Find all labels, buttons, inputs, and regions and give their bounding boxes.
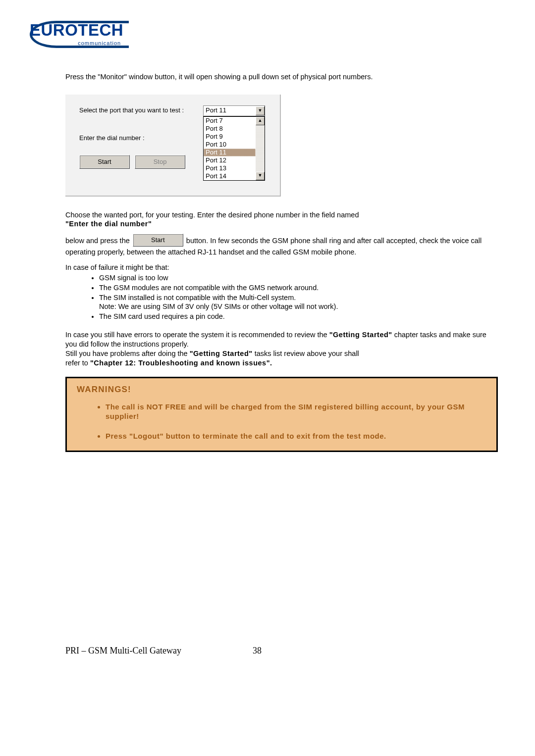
port-combobox[interactable]: Port 11 ▼ Port 7 Port 8 Port 9 Port 10 P… <box>203 105 265 116</box>
port-selected-value: Port 11 <box>206 106 226 115</box>
footer-page-number: 38 <box>253 645 262 656</box>
scrollbar[interactable]: ▲ ▼ <box>256 117 265 180</box>
warnings-box: WARNINGS! The call is NOT FREE and will … <box>65 377 498 453</box>
select-port-label: Select the port that you want to test : <box>79 106 203 115</box>
refer-chapter-paragraph: refer to "Chapter 12: Troubleshooting an… <box>65 358 498 368</box>
failure-list: GSM signal is too low The GSM modules ar… <box>65 273 498 321</box>
warning-item: The call is NOT FREE and will be charged… <box>106 402 486 421</box>
warnings-title: WARNINGS! <box>77 384 486 395</box>
review-paragraph: In case you still have errors to operate… <box>65 330 498 349</box>
logo-brand: EUROTECH <box>30 20 123 41</box>
inline-start-button: Start <box>133 234 183 247</box>
chevron-down-icon[interactable]: ▼ <box>256 106 265 115</box>
port-dropdown-list[interactable]: Port 7 Port 8 Port 9 Port 10 Port 11 Por… <box>203 116 265 181</box>
list-item: The GSM modules are not compatible with … <box>99 283 498 293</box>
port-option-selected[interactable]: Port 11 <box>204 149 256 156</box>
footer-doc-title: PRI – GSM Multi-Cell Gateway <box>65 645 253 656</box>
port-option[interactable]: Port 10 <box>204 141 256 149</box>
port-option[interactable]: Port 12 <box>204 156 256 164</box>
port-option[interactable]: Port 7 <box>204 117 256 125</box>
start-button[interactable]: Start <box>79 155 130 169</box>
stop-button[interactable]: Stop <box>135 155 185 169</box>
warning-item: Press "Logout" button to terminate the c… <box>106 431 486 441</box>
scroll-down-icon[interactable]: ▼ <box>256 172 265 180</box>
logo: EUROTECH communication <box>30 20 505 48</box>
intro-paragraph: Press the "Monitor" window button, it wi… <box>65 72 498 82</box>
port-option[interactable]: Port 8 <box>204 125 256 133</box>
dial-number-label: Enter the dial number : <box>79 134 203 143</box>
scroll-up-icon[interactable]: ▲ <box>256 117 265 125</box>
monitor-window: Select the port that you want to test : … <box>65 95 281 197</box>
press-start-paragraph: below and press the Start button. In few… <box>65 235 498 257</box>
list-item: The SIM card used requires a pin code. <box>99 312 498 321</box>
port-option[interactable]: Port 9 <box>204 133 256 141</box>
choose-port-paragraph: Choose the wanted port, for your testing… <box>65 210 498 229</box>
port-option[interactable]: Port 14 <box>204 172 256 180</box>
port-option[interactable]: Port 13 <box>204 164 256 172</box>
scroll-track[interactable] <box>256 125 265 172</box>
list-item: The SIM installed is not compatible with… <box>99 293 498 312</box>
still-problems-paragraph: Still you have problems after doing the … <box>65 349 498 358</box>
page-footer: PRI – GSM Multi-Cell Gateway 38 <box>30 645 505 656</box>
failure-intro: In case of failure it might be that: <box>65 263 498 272</box>
list-item: GSM signal is too low <box>99 273 498 283</box>
